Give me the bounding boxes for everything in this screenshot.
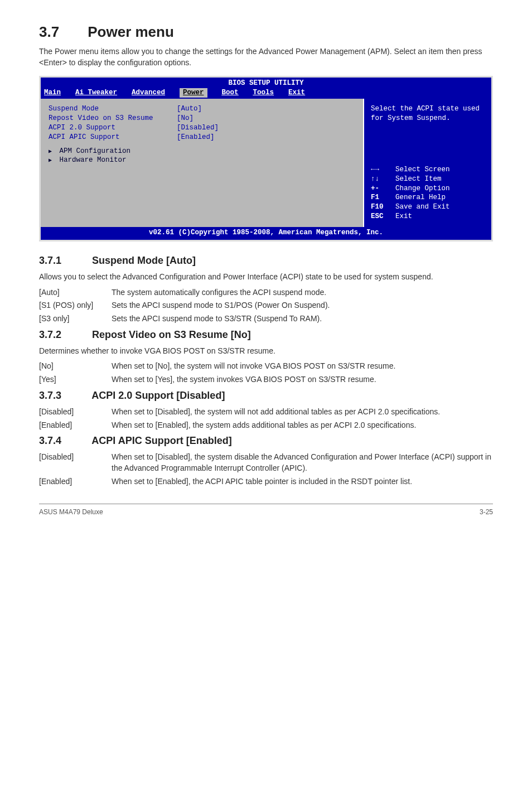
option-key: [S3 only] <box>39 313 112 325</box>
subsection-372-body: Determines whether to invoke VGA BIOS PO… <box>39 346 493 357</box>
legend-row: ←→Select Screen <box>371 165 485 175</box>
option-key: [S1 (POS) only] <box>39 300 112 311</box>
subsection-number: 3.7.1 <box>39 254 89 267</box>
subsection-371-heading: 3.7.1 Suspend Mode [Auto] <box>39 254 493 267</box>
legend-val: Exit <box>395 212 412 221</box>
option-key: [Auto] <box>39 287 112 298</box>
legend-row: ↑↓Select Item <box>371 175 485 184</box>
bios-item-value: [Auto] <box>177 104 202 114</box>
option-row: [Yes]When set to [Yes], the system invok… <box>39 374 493 385</box>
bios-right-pane: Select the ACPI state used for System Su… <box>363 99 491 227</box>
bios-item-value: [Disabled] <box>177 123 219 133</box>
subsection-title: ACPI APIC Support [Enabled] <box>91 435 231 446</box>
option-val: When set to [Yes], the system invokes VG… <box>112 374 493 385</box>
legend-row: F1General Help <box>371 193 485 202</box>
bios-legend: ←→Select Screen ↑↓Select Item +-Change O… <box>371 165 485 221</box>
section-intro: The Power menu items allow you to change… <box>39 46 493 68</box>
bios-subitem-label: APM Configuration <box>60 147 131 155</box>
subsection-number: 3.7.4 <box>39 434 89 447</box>
section-heading: 3.7 Power menu <box>39 22 493 42</box>
bios-item-label: Suspend Mode <box>49 104 177 114</box>
footer-left: ASUS M4A79 Deluxe <box>39 508 103 516</box>
bios-item-value: [No] <box>177 114 194 123</box>
bios-help-text: Select the ACPI state used for System Su… <box>371 104 485 123</box>
bios-item-repost: Repost Video on S3 Resume [No] <box>49 114 355 123</box>
bios-subitem-hwmon: ▶ Hardware Monitor <box>49 156 355 165</box>
section-title-text: Power menu <box>88 23 174 40</box>
subsection-title: ACPI 2.0 Support [Disabled] <box>91 390 225 401</box>
legend-key: ↑↓ <box>371 175 395 184</box>
bios-menu-advanced: Advanced <box>132 88 165 98</box>
bios-item-label: Repost Video on S3 Resume <box>49 114 177 123</box>
triangle-icon: ▶ <box>49 148 52 154</box>
legend-key: F1 <box>371 193 395 202</box>
option-row: [Auto]The system automatically configure… <box>39 287 493 298</box>
option-row: [Disabled]When set to [Disabled], the sy… <box>39 407 493 418</box>
bios-left-pane: Suspend Mode [Auto] Repost Video on S3 R… <box>41 99 363 227</box>
bios-item-acpi20: ACPI 2.0 Support [Disabled] <box>49 123 355 133</box>
legend-key: +- <box>371 184 395 194</box>
bios-screenshot: BIOS SETUP UTILITY Main Ai Tweaker Advan… <box>39 76 493 241</box>
legend-val: Change Option <box>395 184 450 194</box>
option-val: When set to [Disabled], the system disab… <box>112 452 493 474</box>
bios-menu-tools: Tools <box>253 88 274 98</box>
subsection-372-heading: 3.7.2 Repost Video on S3 Resume [No] <box>39 328 493 341</box>
bios-title: BIOS SETUP UTILITY <box>41 78 491 88</box>
legend-key: ESC <box>371 212 395 221</box>
legend-row: +-Change Option <box>371 184 485 194</box>
bios-item-suspend: Suspend Mode [Auto] <box>49 104 355 114</box>
bios-subitem-label: Hardware Monitor <box>60 156 127 164</box>
legend-key: F10 <box>371 202 395 212</box>
legend-val: General Help <box>395 193 446 202</box>
option-key: [Disabled] <box>39 407 112 418</box>
legend-row: ESCExit <box>371 212 485 221</box>
legend-val: Select Screen <box>395 165 450 175</box>
subsection-374-heading: 3.7.4 ACPI APIC Support [Enabled] <box>39 434 493 447</box>
legend-row: F10Save and Exit <box>371 202 485 212</box>
option-row: [S3 only]Sets the APCI suspend mode to S… <box>39 313 493 325</box>
bios-menu-boot: Boot <box>222 88 239 98</box>
option-row: [Enabled]When set to [Enabled], the syst… <box>39 420 493 431</box>
bios-footer: v02.61 (C)Copyright 1985-2008, American … <box>41 227 491 240</box>
bios-item-label: ACPI 2.0 Support <box>49 123 177 133</box>
option-val: The system automatically configures the … <box>112 287 493 298</box>
bios-item-value: [Enabled] <box>177 133 215 142</box>
option-key: [No] <box>39 361 112 372</box>
option-val: When set to [Enabled], the system adds a… <box>112 420 493 431</box>
page-footer: ASUS M4A79 Deluxe 3-25 <box>39 504 493 516</box>
option-row: [Disabled]When set to [Disabled], the sy… <box>39 452 493 474</box>
option-row: [Enabled]When set to [Enabled], the ACPI… <box>39 476 493 487</box>
option-row: [S1 (POS) only]Sets the APCI suspend mod… <box>39 300 493 311</box>
bios-menu-aitweaker: Ai Tweaker <box>75 88 117 98</box>
subsection-number: 3.7.3 <box>39 389 89 402</box>
bios-item-acpiapic: ACPI APIC Support [Enabled] <box>49 133 355 142</box>
option-key: [Yes] <box>39 374 112 385</box>
bios-menu-power: Power <box>180 88 207 98</box>
option-val: When set to [No], the system will not in… <box>112 361 493 372</box>
footer-right: 3-25 <box>480 508 493 516</box>
bios-subitem-apm: ▶ APM Configuration <box>49 147 355 156</box>
section-number: 3.7 <box>39 22 84 42</box>
legend-val: Select Item <box>395 175 442 184</box>
subsection-373-heading: 3.7.3 ACPI 2.0 Support [Disabled] <box>39 389 493 402</box>
subsection-371-body: Allows you to select the Advanced Config… <box>39 272 493 283</box>
subsection-title: Suspend Mode [Auto] <box>92 255 196 266</box>
option-val: Sets the APCI suspend mode to S3/STR (Su… <box>112 313 493 325</box>
bios-menu-main: Main <box>44 88 61 98</box>
legend-key: ←→ <box>371 165 395 175</box>
option-val: When set to [Enabled], the ACPI APIC tab… <box>112 476 493 487</box>
bios-body: Suspend Mode [Auto] Repost Video on S3 R… <box>41 99 491 227</box>
bios-menu-bar: Main Ai Tweaker Advanced Power Boot Tool… <box>41 88 491 99</box>
bios-item-label: ACPI APIC Support <box>49 133 177 142</box>
subsection-number: 3.7.2 <box>39 328 89 341</box>
option-key: [Enabled] <box>39 420 112 431</box>
option-val: Sets the APCI suspend mode to S1/POS (Po… <box>112 300 493 311</box>
option-key: [Enabled] <box>39 476 112 487</box>
bios-menu-exit: Exit <box>288 88 305 98</box>
option-key: [Disabled] <box>39 452 112 474</box>
triangle-icon: ▶ <box>49 157 52 163</box>
option-val: When set to [Disabled], the system will … <box>112 407 493 418</box>
subsection-title: Repost Video on S3 Resume [No] <box>92 329 251 340</box>
option-row: [No]When set to [No], the system will no… <box>39 361 493 372</box>
legend-val: Save and Exit <box>395 202 450 212</box>
